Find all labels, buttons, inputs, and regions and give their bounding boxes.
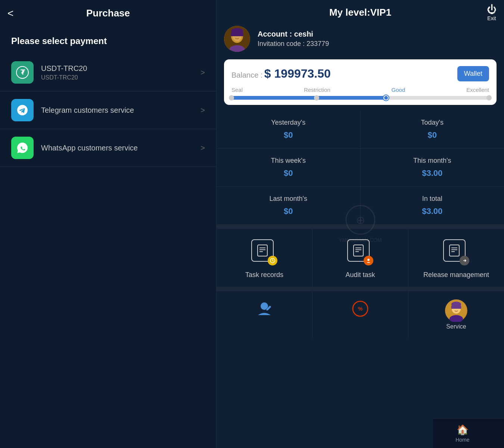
svg-point-20 <box>367 259 370 261</box>
action-release-management[interactable]: Release management <box>408 229 504 287</box>
usdt-arrow: > <box>200 68 205 77</box>
bottom-cell-service[interactable]: Service <box>408 291 504 338</box>
user-details: Account : ceshi Invitation code : 233779 <box>258 30 497 48</box>
svg-line-15 <box>273 261 274 261</box>
avatar <box>224 26 250 52</box>
task-records-label: Task records <box>245 271 283 279</box>
stats-grid: Yesterday's $0 Today's $0 This week's $0… <box>217 111 504 224</box>
right-header: My level:VIP1 ⏻ Exit <box>217 0 504 22</box>
header-bar: < Purchase <box>0 0 216 25</box>
select-payment-label: Please select payment <box>0 25 216 54</box>
task-records-icon-wrap <box>251 239 277 265</box>
whatsapp-name: WhatsApp customers service <box>41 144 200 152</box>
balance-info: Balance : $ 199973.50 <box>231 67 331 81</box>
progress-dot-1 <box>314 95 319 100</box>
my-level-label: My level:VIP1 <box>329 7 391 18</box>
back-button[interactable]: < <box>7 7 13 19</box>
action-audit-task[interactable]: Audit task <box>312 229 408 287</box>
task-records-badge <box>268 256 277 265</box>
page-title: Purchase <box>86 7 130 19</box>
whatsapp-icon <box>11 137 34 159</box>
wallet-button[interactable]: Wallet <box>457 66 489 81</box>
telegram-arrow: > <box>200 106 205 115</box>
progress-section: Seal Restriction Good Excellent <box>231 87 489 100</box>
stat-cell-yesterday: Yesterday's $0 <box>217 111 360 148</box>
section-divider-1 <box>217 224 504 229</box>
progress-label-restriction: Restriction <box>304 87 330 93</box>
payment-item-telegram[interactable]: Telegram customers service > <box>0 91 216 129</box>
release-mgmt-badge <box>460 256 469 265</box>
audit-task-badge <box>364 256 373 265</box>
stat-value-lastmonth: $0 <box>224 206 353 216</box>
progress-labels: Seal Restriction Good Excellent <box>231 87 489 93</box>
stat-value-today: $0 <box>368 130 497 140</box>
payment-item-whatsapp[interactable]: WhatsApp customers service > <box>0 129 216 167</box>
bottom-cell-promo[interactable]: % <box>312 291 408 338</box>
service-avatar <box>445 299 467 322</box>
progress-label-excellent: Excellent <box>466 87 489 93</box>
stat-label-today: Today's <box>368 119 497 127</box>
invitation-code: Invitation code : 233779 <box>258 40 497 48</box>
usdt-subname: USDT-TRC20 <box>41 74 200 81</box>
whatsapp-arrow: > <box>200 144 205 152</box>
stat-label-lastmonth: Last month's <box>224 195 353 203</box>
audit-task-label: Audit task <box>345 271 375 279</box>
section-divider-2 <box>217 287 504 291</box>
stat-cell-lastmonth: Last month's $0 <box>217 187 360 224</box>
exit-label: Exit <box>487 15 496 21</box>
balance-amount: $ 199973.50 <box>264 67 331 80</box>
svg-rect-21 <box>449 245 459 256</box>
nav-home[interactable]: 🏠 Home <box>448 421 477 446</box>
audit-task-icon-wrap <box>347 239 373 265</box>
usdt-icon: ₮ <box>11 61 34 84</box>
progress-dot-3 <box>486 95 492 100</box>
usdt-name: USDT-TRC20 <box>41 64 200 73</box>
stat-label-yesterday: Yesterday's <box>224 119 353 127</box>
svg-rect-9 <box>258 245 267 256</box>
stat-cell-week: This week's $0 <box>217 149 360 186</box>
usdt-text: USDT-TRC20 USDT-TRC20 <box>41 64 200 81</box>
nav-home-label: Home <box>455 437 469 443</box>
user-info: Account : ceshi Invitation code : 233779 <box>217 22 504 56</box>
release-mgmt-label: Release management <box>423 271 489 279</box>
progress-bar-fill <box>231 96 386 100</box>
left-panel: < Purchase Please select payment ₮ USDT-… <box>0 0 217 448</box>
telegram-icon <box>11 99 34 121</box>
bottom-cell-user[interactable] <box>217 291 312 338</box>
stat-value-month: $3.00 <box>368 168 497 178</box>
stat-label-intotal: In total <box>368 195 497 203</box>
balance-row: Balance : $ 199973.50 Wallet <box>231 66 489 81</box>
stat-value-intotal: $3.00 <box>368 206 497 216</box>
stat-value-week: $0 <box>224 168 353 178</box>
stat-value-yesterday: $0 <box>224 130 353 140</box>
svg-text:₮: ₮ <box>21 69 25 76</box>
balance-card: Balance : $ 199973.50 Wallet Seal Restri… <box>224 59 497 105</box>
account-name: Account : ceshi <box>258 30 497 38</box>
stat-cell-intotal: In total $3.00 <box>361 187 504 224</box>
stat-label-month: This month's <box>368 157 497 165</box>
action-task-records[interactable]: Task records <box>217 229 312 287</box>
home-icon: 🏠 <box>457 424 469 436</box>
telegram-text: Telegram customers service <box>41 106 200 115</box>
svg-text:%: % <box>358 306 363 312</box>
progress-label-good: Good <box>392 87 405 93</box>
whatsapp-text: WhatsApp customers service <box>41 144 200 152</box>
actions-grid: Task records <box>217 229 504 287</box>
bottom-nav: 🏠 Home Task 💎 VIP <box>433 418 504 448</box>
release-mgmt-icon-wrap <box>443 239 469 265</box>
progress-label-seal: Seal <box>231 87 243 93</box>
stat-cell-today: Today's $0 <box>361 111 504 148</box>
promo-icon: % <box>351 299 370 321</box>
progress-bar <box>231 96 489 100</box>
stat-cell-month: This month's $3.00 <box>361 149 504 186</box>
stat-label-week: This week's <box>224 157 353 165</box>
user-edit-icon <box>255 299 274 321</box>
svg-rect-16 <box>354 245 363 256</box>
bottom-grid: % Service <box>217 291 504 338</box>
payment-item-usdt[interactable]: ₮ USDT-TRC20 USDT-TRC20 > <box>0 54 216 91</box>
power-icon: ⏻ <box>487 4 497 15</box>
telegram-name: Telegram customers service <box>41 106 200 115</box>
service-label: Service <box>446 323 466 330</box>
exit-button[interactable]: ⏻ Exit <box>487 4 497 21</box>
balance-label: Balance : <box>231 71 262 79</box>
